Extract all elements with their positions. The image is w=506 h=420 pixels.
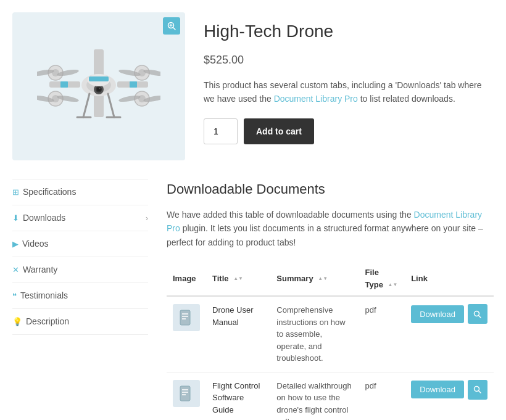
- sidebar-item-warranty[interactable]: ✕ Warranty: [12, 257, 148, 283]
- col-header-summary[interactable]: Summary ▲▼: [270, 261, 359, 296]
- svg-point-13: [99, 88, 101, 89]
- quantity-input[interactable]: [204, 118, 238, 144]
- svg-line-34: [108, 94, 114, 117]
- table-row: Drone User Manual Comprehensive instruct…: [167, 296, 494, 372]
- col-header-link: Link: [405, 261, 494, 296]
- sidebar-nav: ⊞ Specifications ⬇ Downloads › ▶ Videos: [12, 179, 148, 420]
- row2-filetype-cell: pdf: [359, 372, 405, 420]
- svg-line-43: [479, 315, 481, 318]
- col-header-filetype[interactable]: File Type ▲▼: [359, 261, 405, 296]
- svg-rect-37: [130, 81, 137, 88]
- add-to-cart-row: Add to cart: [204, 118, 494, 144]
- table-row: Flight Control Software Guide Detailed w…: [167, 372, 494, 420]
- col-header-title[interactable]: Title ▲▼: [206, 261, 270, 296]
- row2-image-cell: [167, 372, 206, 420]
- product-price: $525.00: [204, 52, 494, 68]
- sidebar-item-description[interactable]: 💡 Description: [12, 309, 148, 335]
- description-icon: 💡: [12, 316, 22, 328]
- sidebar-item-downloads[interactable]: ⬇ Downloads ›: [12, 205, 148, 231]
- product-info: High-Tech Drone $525.00 This product has…: [204, 12, 494, 160]
- product-section: High-Tech Drone $525.00 This product has…: [12, 12, 494, 160]
- row2-link-cell: Download: [405, 372, 494, 420]
- downloads-table: Image Title ▲▼ Summary ▲▼ File Type ▲▼: [167, 261, 494, 420]
- sidebar-item-videos[interactable]: ▶ Videos: [12, 231, 148, 257]
- filetype-sort-icon: ▲▼: [388, 282, 398, 287]
- specifications-icon: ⊞: [12, 186, 19, 199]
- svg-line-49: [479, 391, 481, 393]
- sidebar-item-testimonials[interactable]: ❝ Testimonials: [12, 283, 148, 309]
- table-header-row: Image Title ▲▼ Summary ▲▼ File Type ▲▼: [167, 261, 494, 296]
- svg-rect-15: [89, 76, 109, 81]
- warranty-icon: ✕: [12, 264, 19, 276]
- row2-thumbnail: [173, 380, 200, 407]
- row1-download-button[interactable]: Download: [411, 305, 464, 323]
- svg-line-32: [83, 94, 89, 117]
- bottom-section: ⊞ Specifications ⬇ Downloads › ▶ Videos: [12, 179, 494, 420]
- row2-search-button[interactable]: [468, 380, 487, 400]
- downloads-section-title: Downloadable Documents: [167, 179, 494, 199]
- testimonials-icon: ❝: [12, 290, 17, 302]
- add-to-cart-button[interactable]: Add to cart: [244, 118, 314, 144]
- row1-summary-cell: Comprehensive instructions on how to ass…: [270, 296, 359, 372]
- sidebar-item-specifications[interactable]: ⊞ Specifications: [12, 179, 148, 205]
- row1-link-cell: Download: [405, 296, 494, 372]
- product-title: High-Tech Drone: [204, 19, 494, 44]
- row1-search-button[interactable]: [468, 304, 487, 324]
- zoom-icon[interactable]: [163, 17, 180, 35]
- svg-rect-36: [60, 81, 68, 88]
- row1-image-cell: [167, 296, 206, 372]
- row1-title-cell: Drone User Manual: [206, 296, 270, 372]
- svg-rect-38: [180, 310, 190, 325]
- row1-thumbnail: [173, 304, 200, 331]
- summary-sort-icon: ▲▼: [318, 276, 328, 281]
- row2-download-button[interactable]: Download: [411, 381, 464, 398]
- row1-filetype-cell: pdf: [359, 296, 405, 372]
- doc-library-link-product[interactable]: Document Library Pro: [274, 94, 358, 104]
- svg-line-1: [173, 28, 176, 30]
- downloads-content: Downloadable Documents We have added thi…: [167, 179, 494, 420]
- downloads-icon: ⬇: [12, 212, 19, 224]
- page-wrapper: High-Tech Drone $525.00 This product has…: [0, 0, 506, 420]
- col-header-image: Image: [167, 261, 206, 296]
- videos-icon: ▶: [12, 238, 19, 250]
- downloads-section-description: We have added this table of downloadable…: [167, 208, 494, 249]
- product-description: This product has several custom tabs, in…: [204, 78, 494, 106]
- row2-summary-cell: Detailed walkthrough on how to use the d…: [270, 372, 359, 420]
- product-image: [37, 37, 160, 136]
- row2-title-cell: Flight Control Software Guide: [206, 372, 270, 420]
- product-image-container: [12, 12, 185, 160]
- title-sort-icon: ▲▼: [233, 276, 243, 281]
- downloads-chevron: ›: [146, 213, 148, 224]
- svg-rect-44: [180, 386, 190, 401]
